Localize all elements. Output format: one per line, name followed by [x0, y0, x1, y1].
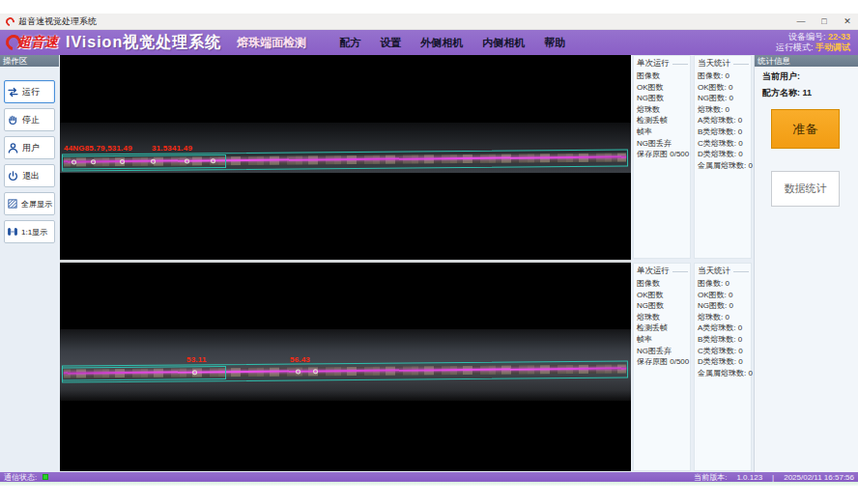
stat-row: OK图数: 0 [698, 290, 749, 301]
run-button[interactable]: 运行 [4, 80, 55, 103]
stat-row: 图像数 [637, 278, 688, 290]
measurement-annotation: 53.11 [186, 355, 207, 364]
stat-row: NG图数 [637, 93, 688, 104]
stat-row: 保存原图 0/500 [637, 149, 688, 160]
stat-row: 保存原图 0/500 [637, 356, 688, 368]
stat-row: OK图数: 0 [698, 82, 749, 94]
comm-status-label: 通信状态: [4, 472, 37, 483]
exit-button-label: 退出 [22, 170, 40, 182]
current-user-label: 当前用户: [762, 71, 800, 81]
outer-camera-view: 44NG85.79,531.49 31.5341.49 [60, 55, 631, 260]
status-bar: 通信状态: 当前版本: 1.0.123 | 2025/02/11 16:57:5… [0, 472, 858, 482]
group-title: 单次运行 [637, 266, 688, 277]
menu-item[interactable]: 配方 [339, 36, 360, 50]
stat-row: B类熔珠数: 0 [698, 126, 749, 138]
stat-row: 帧率 [637, 126, 688, 138]
sidebar-title: 操作区 [0, 55, 59, 67]
page-title: IVision视觉处理系统 [66, 33, 221, 53]
data-statistics-button[interactable]: 数据统计 [771, 171, 840, 207]
stat-row: 金属屑熔珠数: 0 [698, 368, 749, 379]
run-mode-value: 手动调试 [815, 42, 850, 52]
fullscreen-button-label: 全屏显示 [21, 199, 52, 210]
datetime-value: 2025/02/11 16:57:56 [784, 473, 854, 482]
page-subtitle: 熔珠端面检测 [237, 35, 306, 51]
detection-roi-subframe [62, 366, 226, 380]
one-to-one-button-label: 1:1显示 [21, 227, 47, 238]
info-panel-title: 统计信息 [755, 55, 858, 67]
stop-button-label: 停止 [22, 114, 40, 126]
stop-button[interactable]: 停止 [4, 108, 55, 131]
main-menu: 配方设置外侧相机内侧相机帮助 [339, 36, 565, 50]
stat-row: 检测丢帧 [637, 115, 688, 126]
fullscreen-button[interactable]: 全屏显示 [4, 192, 55, 215]
user-button-label: 用户 [22, 142, 40, 154]
stat-row: NG图丢弃 [637, 138, 688, 150]
user-icon [7, 142, 19, 154]
stat-row: NG图数: 0 [698, 93, 749, 104]
version-label: 当前版本: [694, 472, 727, 483]
stat-row: 熔珠数: 0 [698, 312, 749, 323]
prepare-button[interactable]: 准备 [771, 109, 840, 149]
menu-item[interactable]: 设置 [380, 36, 401, 50]
stat-row: 图像数: 0 [698, 70, 749, 82]
measurement-annotation: 31.5341.49 [152, 144, 192, 153]
stats-panel-top: 单次运行 图像数OK图数NG图数熔珠数检测丢帧帧率NG图丢弃保存原图 0/500… [633, 55, 753, 259]
app-window: 超音速视觉处理系统 — □ ✕ 超音速 IVision视觉处理系统 熔珠端面检测… [0, 0, 858, 504]
stat-row: 检测丢帧 [637, 322, 688, 334]
device-info: 设备编号: 22-33 运行模式: 手动调试 [776, 32, 850, 53]
app-header: 超音速 IVision视觉处理系统 熔珠端面检测 配方设置外侧相机内侧相机帮助 … [0, 30, 858, 55]
os-window-title: 超音速视觉处理系统 [18, 15, 97, 28]
info-panel: 统计信息 当前用户: 配方名称: 11 准备 数据统计 [754, 55, 858, 472]
inner-camera-view: 53.11 56.43 [60, 263, 631, 471]
minimize-icon[interactable]: — [796, 16, 806, 26]
menu-item[interactable]: 内侧相机 [482, 36, 525, 50]
recipe-name-label: 配方名称: [762, 88, 800, 98]
maximize-icon[interactable]: □ [819, 16, 829, 26]
stat-row: NG图数: 0 [698, 300, 749, 312]
stop-hand-icon [7, 114, 19, 126]
operation-sidebar: 操作区 运行 [0, 55, 59, 472]
group-title: 单次运行 [637, 58, 688, 70]
menu-item[interactable]: 外侧相机 [420, 36, 463, 50]
stat-row: D类熔珠数: 0 [698, 149, 749, 160]
brand-logo: 超音速 [6, 34, 58, 51]
today-stats: 当天统计 图像数: 0OK图数: 0NG图数: 0熔珠数: 0A类熔珠数: 0B… [694, 263, 752, 471]
run-mode-label: 运行模式: [776, 42, 814, 52]
statistics-area: 单次运行 图像数OK图数NG图数熔珠数检测丢帧帧率NG图丢弃保存原图 0/500… [633, 55, 753, 471]
stat-row: C类熔珠数: 0 [698, 346, 749, 357]
menu-item[interactable]: 帮助 [544, 36, 565, 50]
os-titlebar: 超音速视觉处理系统 — □ ✕ [0, 14, 858, 30]
stat-row: 熔珠数 [637, 104, 688, 116]
version-value: 1.0.123 [736, 473, 762, 482]
main-area: 操作区 运行 [0, 55, 858, 472]
camera-viewport: 44NG85.79,531.49 31.5341.49 [60, 55, 631, 471]
user-button[interactable]: 用户 [4, 136, 55, 159]
stat-row: A类熔珠数: 0 [698, 115, 749, 126]
detection-roi-subframe [62, 154, 226, 169]
run-icon [7, 86, 19, 98]
device-number-label: 设备编号: [788, 32, 826, 42]
exit-button[interactable]: 退出 [4, 164, 55, 187]
stat-row: NG图丢弃 [637, 346, 688, 357]
device-number-value: 22-33 [828, 32, 850, 42]
brand-name: 超音速 [17, 34, 58, 51]
fullscreen-icon [7, 198, 18, 210]
single-run-stats: 单次运行 图像数OK图数NG图数熔珠数检测丢帧帧率NG图丢弃保存原图 0/500 [633, 55, 691, 259]
stat-row: OK图数 [637, 290, 688, 301]
stat-row: OK图数 [637, 82, 688, 94]
stat-row: B类熔珠数: 0 [698, 334, 749, 346]
stat-row: 金属屑熔珠数: 0 [698, 160, 749, 172]
stat-row: 图像数 [637, 70, 688, 82]
recipe-name-value: 11 [803, 88, 813, 98]
stat-row: A类熔珠数: 0 [698, 322, 749, 334]
stats-panel-bottom: 单次运行 图像数OK图数NG图数熔珠数检测丢帧帧率NG图丢弃保存原图 0/500… [633, 263, 753, 471]
close-icon[interactable]: ✕ [843, 16, 852, 26]
bottom-accent-strip [0, 482, 858, 486]
power-icon [7, 170, 19, 182]
group-title: 当天统计 [698, 266, 749, 277]
run-button-label: 运行 [22, 86, 40, 98]
comm-status-indicator [43, 474, 48, 480]
stat-row: D类熔珠数: 0 [698, 356, 749, 368]
one-to-one-button[interactable]: 1:1显示 [4, 220, 55, 243]
stat-row: 图像数: 0 [698, 278, 749, 290]
